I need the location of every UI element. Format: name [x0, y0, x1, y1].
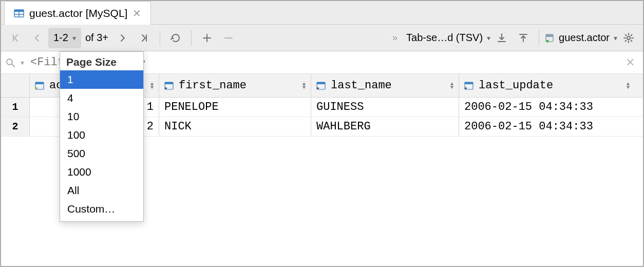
page-size-option[interactable]: Custom…	[60, 200, 143, 218]
export-format-label: Tab-se…d (TSV)	[406, 32, 483, 44]
upload-button[interactable]	[513, 28, 534, 48]
page-size-option[interactable]: 1000	[60, 163, 143, 181]
page-size-option[interactable]: 100	[60, 126, 143, 144]
add-row-button[interactable]	[197, 28, 217, 48]
page-range-label: 1-2	[53, 32, 68, 44]
cell-last-update[interactable]: 2006-02-15 04:34:33	[459, 98, 635, 117]
page-size-option[interactable]: 10	[60, 107, 143, 126]
page-size-option[interactable]: 500	[60, 144, 143, 163]
page-size-option[interactable]: 1	[60, 70, 143, 89]
column-header-last-update[interactable]: last_update ▲▼	[459, 74, 635, 97]
download-button[interactable]	[491, 28, 512, 48]
datasource-icon	[544, 33, 555, 43]
toolbar: 1-2 ▾ of 3+ » Tab-se…d (TSV) ▾ guest.act…	[1, 25, 643, 51]
svg-point-18	[317, 87, 319, 89]
tab-guest-actor[interactable]: guest.actor [MySQL] ✕	[4, 1, 151, 25]
svg-rect-14	[165, 82, 173, 84]
cell-last-update[interactable]: 2006-02-15 04:34:33	[459, 117, 635, 136]
svg-point-12	[35, 87, 37, 89]
column-icon	[35, 81, 44, 90]
tab-bar: guest.actor [MySQL] ✕	[1, 1, 643, 25]
column-header-first-name[interactable]: first_name ▲▼	[159, 74, 311, 97]
chevron-down-icon: ▾	[487, 34, 490, 42]
page-size-option[interactable]: 4	[60, 89, 143, 107]
sort-icon: ▲▼	[450, 82, 453, 89]
clear-filter-button[interactable]: ✕	[621, 56, 639, 69]
prev-page-button[interactable]	[27, 28, 47, 48]
svg-point-8	[7, 59, 12, 65]
page-total-label: of 3+	[85, 32, 108, 44]
column-icon	[316, 81, 326, 90]
sort-icon: ▲▼	[627, 82, 630, 89]
separator	[160, 30, 160, 46]
column-label: first_name	[179, 79, 247, 92]
cell-last-name[interactable]: WAHLBERG	[311, 117, 459, 136]
column-icon	[464, 81, 473, 90]
chevron-down-icon: ▾	[614, 34, 617, 42]
more-icon[interactable]: »	[385, 28, 405, 48]
cell-last-name[interactable]: GUINESS	[311, 98, 459, 117]
page-size-dropdown[interactable]: 1-2 ▾	[48, 28, 81, 48]
svg-point-15	[165, 87, 167, 89]
row-number: 2	[1, 117, 30, 136]
remove-row-button[interactable]	[218, 28, 239, 48]
settings-button[interactable]	[618, 28, 639, 48]
svg-point-21	[465, 87, 467, 89]
svg-line-9	[12, 64, 14, 67]
column-label: last_name	[331, 79, 392, 92]
svg-rect-20	[465, 82, 473, 84]
page-size-option[interactable]: All	[60, 181, 143, 200]
first-page-button[interactable]	[5, 28, 26, 48]
popup-title: Page Size	[60, 52, 143, 70]
search-icon	[5, 58, 15, 68]
svg-point-7	[627, 36, 630, 40]
target-table-dropdown[interactable]: guest.actor ▾	[544, 32, 617, 44]
sort-icon: ▲▼	[302, 82, 306, 89]
column-label: last_update	[479, 79, 553, 92]
svg-point-6	[546, 40, 549, 42]
reload-button[interactable]	[165, 28, 186, 48]
sort-icon: ▲▼	[150, 82, 154, 89]
svg-rect-11	[35, 82, 44, 84]
export-format-dropdown[interactable]: Tab-se…d (TSV) ▾	[406, 32, 490, 44]
chevron-down-icon[interactable]: ▾	[21, 59, 24, 67]
svg-rect-5	[546, 34, 553, 37]
chevron-down-icon: ▾	[72, 34, 76, 42]
tab-title: guest.actor [MySQL]	[29, 7, 127, 20]
target-table-label: guest.actor	[559, 32, 610, 44]
column-header-last-name[interactable]: last_name ▲▼	[311, 74, 459, 97]
last-page-button[interactable]	[134, 28, 155, 48]
page-size-popup: Page Size 14101005001000AllCustom…	[60, 51, 144, 222]
svg-rect-1	[14, 10, 24, 12]
cell-first-name[interactable]: PENELOPE	[159, 98, 311, 117]
svg-rect-17	[317, 82, 325, 84]
next-page-button[interactable]	[112, 28, 133, 48]
row-number: 1	[1, 98, 30, 117]
column-icon	[164, 81, 174, 90]
close-icon[interactable]: ✕	[132, 7, 141, 20]
cell-first-name[interactable]: NICK	[159, 117, 311, 136]
separator	[191, 30, 192, 46]
separator	[539, 30, 539, 46]
table-icon	[14, 8, 24, 18]
row-number-header	[1, 74, 30, 97]
